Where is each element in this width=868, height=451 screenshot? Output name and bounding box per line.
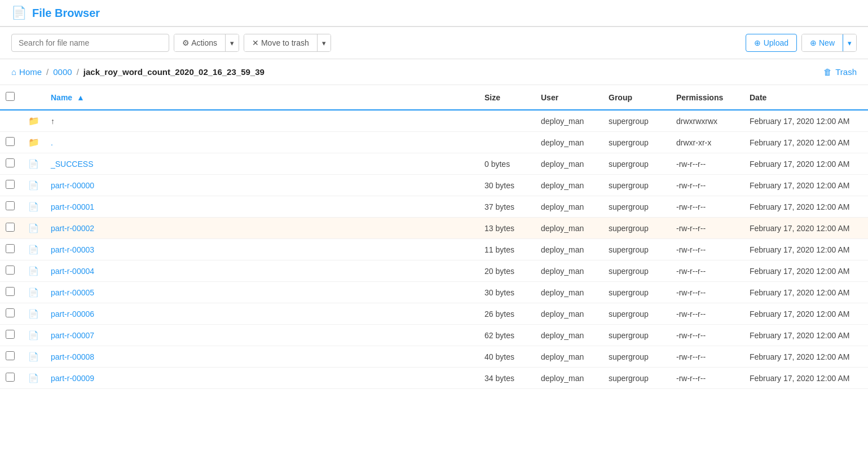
table-row: 📄part-r-0000213 bytesdeploy_mansupergrou… (0, 218, 868, 239)
new-caret-button[interactable]: ▾ (843, 34, 856, 51)
trash-button[interactable]: 🗑 Trash (823, 67, 857, 77)
toolbar: ⚙ Actions ▾ ✕ Move to trash ▾ ⊕ Upload ⊕… (0, 27, 868, 59)
file-icon: 📄 (28, 330, 39, 340)
table-row: 📄part-r-0000420 bytesdeploy_mansupergrou… (0, 260, 868, 282)
actions-button[interactable]: ⚙ Actions (174, 34, 225, 51)
select-all-checkbox[interactable] (6, 92, 15, 101)
row-checkbox[interactable] (6, 201, 15, 210)
header-permissions-col[interactable]: Permissions (671, 85, 744, 110)
row-name-cell[interactable]: part-r-00001 (45, 196, 479, 218)
row-checkbox-cell (0, 282, 23, 303)
search-input[interactable] (11, 34, 169, 52)
breadcrumb-current: jack_roy_word_count_2020_02_16_23_59_39 (83, 67, 265, 77)
row-group-cell: supergroup (603, 196, 671, 218)
row-user-cell: deploy_man (535, 282, 603, 303)
row-name-cell[interactable]: part-r-00008 (45, 346, 479, 368)
file-icon: 📄 (28, 223, 39, 233)
row-icon-cell: 📁 (23, 110, 45, 132)
row-group-cell: supergroup (603, 368, 671, 389)
row-size-cell (479, 132, 535, 153)
row-user-cell: deploy_man (535, 153, 603, 175)
row-checkbox[interactable] (6, 373, 15, 382)
row-name-cell[interactable]: part-r-00002 (45, 218, 479, 239)
new-button[interactable]: ⊕ New (802, 34, 843, 51)
row-size-cell: 13 bytes (479, 218, 535, 239)
row-user-cell: deploy_man (535, 132, 603, 153)
table-row: 📄part-r-0000030 bytesdeploy_mansupergrou… (0, 175, 868, 196)
gear-icon: ⚙ (182, 38, 190, 47)
row-checkbox-cell (0, 303, 23, 325)
row-checkbox[interactable] (6, 223, 15, 232)
header-size-col[interactable]: Size (479, 85, 535, 110)
breadcrumb-sep-2: / (77, 67, 79, 77)
breadcrumb: ⌂ Home / 0000 / jack_roy_word_count_2020… (0, 59, 868, 85)
file-icon: 📄 (28, 245, 39, 254)
header-group-col[interactable]: Group (603, 85, 671, 110)
row-name-cell[interactable]: part-r-00000 (45, 175, 479, 196)
actions-caret-button[interactable]: ▾ (225, 34, 239, 51)
row-checkbox-cell (0, 239, 23, 260)
row-icon-cell: 📄 (23, 239, 45, 260)
row-group-cell: supergroup (603, 110, 671, 132)
file-icon: 📄 (28, 180, 39, 190)
row-size-cell: 34 bytes (479, 368, 535, 389)
row-date-cell: February 17, 2020 12:00 AM (744, 218, 868, 239)
row-icon-cell: 📄 (23, 175, 45, 196)
header-user-col[interactable]: User (535, 85, 603, 110)
breadcrumb-path-0[interactable]: 0000 (53, 67, 72, 77)
plus-icon: ⊕ (810, 38, 817, 47)
header-name-col[interactable]: Name ▲ (45, 85, 479, 110)
file-icon: 📄 (28, 373, 39, 383)
row-size-cell: 26 bytes (479, 303, 535, 325)
row-name-cell: ↑ (45, 110, 479, 132)
row-name-cell[interactable]: part-r-00005 (45, 282, 479, 303)
row-permissions-cell: -rw-r--r-- (671, 346, 744, 368)
table-row: 📁↑deploy_mansupergroupdrwxrwxrwxFebruary… (0, 110, 868, 132)
row-name-cell[interactable]: part-r-00006 (45, 303, 479, 325)
new-dropdown[interactable]: ⊕ New ▾ (801, 34, 857, 52)
move-to-trash-caret-button[interactable]: ▾ (317, 34, 331, 51)
row-checkbox[interactable] (6, 330, 15, 339)
row-checkbox-cell (0, 218, 23, 239)
file-table: Name ▲ Size User Group Permissions Date (0, 85, 868, 389)
row-group-cell: supergroup (603, 175, 671, 196)
row-name-cell[interactable]: part-r-00009 (45, 368, 479, 389)
row-checkbox[interactable] (6, 266, 15, 275)
row-checkbox[interactable] (6, 137, 15, 146)
breadcrumb-home[interactable]: ⌂ Home (11, 67, 42, 77)
file-icon: 📄 (28, 288, 39, 297)
row-name-cell[interactable]: part-r-00004 (45, 260, 479, 282)
row-checkbox[interactable] (6, 180, 15, 189)
row-user-cell: deploy_man (535, 196, 603, 218)
table-row: 📄part-r-0000137 bytesdeploy_mansupergrou… (0, 196, 868, 218)
row-checkbox[interactable] (6, 244, 15, 253)
row-size-cell: 37 bytes (479, 196, 535, 218)
row-user-cell: deploy_man (535, 303, 603, 325)
upload-button[interactable]: ⊕ Upload (746, 34, 797, 52)
row-icon-cell: 📄 (23, 260, 45, 282)
row-name-cell[interactable]: part-r-00007 (45, 325, 479, 346)
row-icon-cell: 📄 (23, 325, 45, 346)
row-icon-cell: 📄 (23, 282, 45, 303)
header-date-col[interactable]: Date (744, 85, 868, 110)
row-name-cell[interactable]: . (45, 132, 479, 153)
move-to-trash-dropdown[interactable]: ✕ Move to trash ▾ (244, 34, 331, 52)
row-permissions-cell: drwxr-xr-x (671, 132, 744, 153)
row-user-cell: deploy_man (535, 346, 603, 368)
row-user-cell: deploy_man (535, 218, 603, 239)
row-user-cell: deploy_man (535, 260, 603, 282)
row-checkbox[interactable] (6, 158, 15, 167)
actions-dropdown[interactable]: ⚙ Actions ▾ (174, 34, 239, 52)
chevron-down-icon: ▾ (230, 39, 234, 47)
row-checkbox[interactable] (6, 351, 15, 360)
row-name-cell[interactable]: part-r-00003 (45, 239, 479, 260)
row-checkbox[interactable] (6, 287, 15, 296)
row-date-cell: February 17, 2020 12:00 AM (744, 175, 868, 196)
row-checkbox[interactable] (6, 308, 15, 317)
row-name-cell[interactable]: _SUCCESS (45, 153, 479, 175)
row-group-cell: supergroup (603, 260, 671, 282)
move-to-trash-button[interactable]: ✕ Move to trash (244, 34, 317, 51)
row-size-cell: 62 bytes (479, 325, 535, 346)
app-header: 📄 File Browser (0, 0, 868, 27)
row-user-cell: deploy_man (535, 175, 603, 196)
